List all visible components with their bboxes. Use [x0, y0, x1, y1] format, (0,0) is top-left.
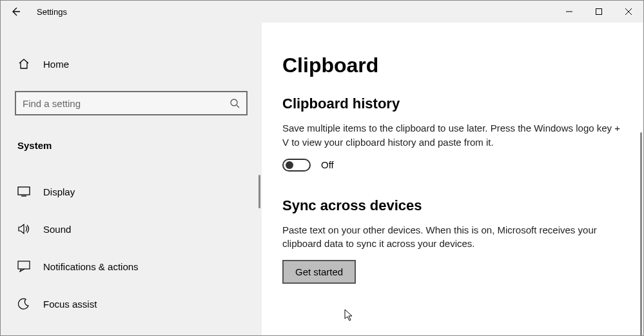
- get-started-button[interactable]: Get started: [282, 260, 356, 284]
- history-toggle-row: Off: [282, 159, 623, 172]
- maximize-icon: [595, 8, 603, 15]
- content-layout: Home System Display Sound: [1, 23, 643, 335]
- sidebar-item-label: Display: [43, 186, 75, 197]
- home-icon: [16, 58, 32, 70]
- close-button[interactable]: [614, 1, 643, 23]
- search-icon: [229, 98, 240, 108]
- sidebar-item-label: Notifications & actions: [43, 261, 139, 272]
- display-icon: [16, 186, 32, 197]
- sync-description: Paste text on your other devices. When t…: [282, 223, 623, 252]
- sidebar-item-display[interactable]: Display: [1, 173, 262, 210]
- search-box[interactable]: [15, 91, 248, 115]
- titlebar: Settings: [1, 1, 643, 23]
- minimize-icon: [565, 8, 573, 15]
- moon-icon: [16, 298, 32, 310]
- window-controls: [554, 1, 643, 23]
- window-title: Settings: [37, 7, 67, 17]
- arrow-left-icon: [10, 6, 21, 17]
- sidebar-item-sound[interactable]: Sound: [1, 210, 262, 248]
- minimize-button[interactable]: [554, 1, 584, 23]
- svg-rect-2: [18, 187, 30, 195]
- maximize-button[interactable]: [584, 1, 614, 23]
- sync-heading: Sync across devices: [282, 197, 623, 214]
- sidebar-item-notifications[interactable]: Notifications & actions: [1, 248, 262, 285]
- search-input[interactable]: [23, 98, 229, 109]
- notifications-icon: [16, 261, 32, 272]
- history-description: Save multiple items to the clipboard to …: [282, 121, 623, 150]
- history-heading: Clipboard history: [282, 95, 623, 112]
- sidebar: Home System Display Sound: [1, 23, 262, 335]
- sound-icon: [16, 223, 32, 235]
- sidebar-item-focus-assist[interactable]: Focus assist: [1, 285, 262, 322]
- main-scrollbar[interactable]: [640, 132, 642, 335]
- home-button[interactable]: Home: [1, 48, 262, 79]
- nav-list: Display Sound Notifications & actions Fo…: [1, 173, 262, 322]
- toggle-knob: [286, 161, 293, 169]
- svg-rect-3: [18, 261, 30, 269]
- sidebar-item-label: Sound: [43, 224, 71, 235]
- main-panel: Clipboard Clipboard history Save multipl…: [262, 23, 643, 335]
- history-toggle[interactable]: [282, 159, 311, 172]
- category-heading: System: [1, 131, 262, 160]
- page-title: Clipboard: [282, 54, 623, 77]
- search-wrap: [15, 91, 248, 115]
- back-button[interactable]: [1, 1, 30, 23]
- sidebar-item-label: Focus assist: [43, 299, 97, 310]
- svg-point-1: [231, 99, 237, 106]
- close-icon: [625, 8, 632, 15]
- history-toggle-label: Off: [321, 159, 334, 170]
- sidebar-scrollbar[interactable]: [259, 175, 260, 208]
- svg-rect-0: [596, 9, 602, 15]
- home-label: Home: [43, 59, 69, 70]
